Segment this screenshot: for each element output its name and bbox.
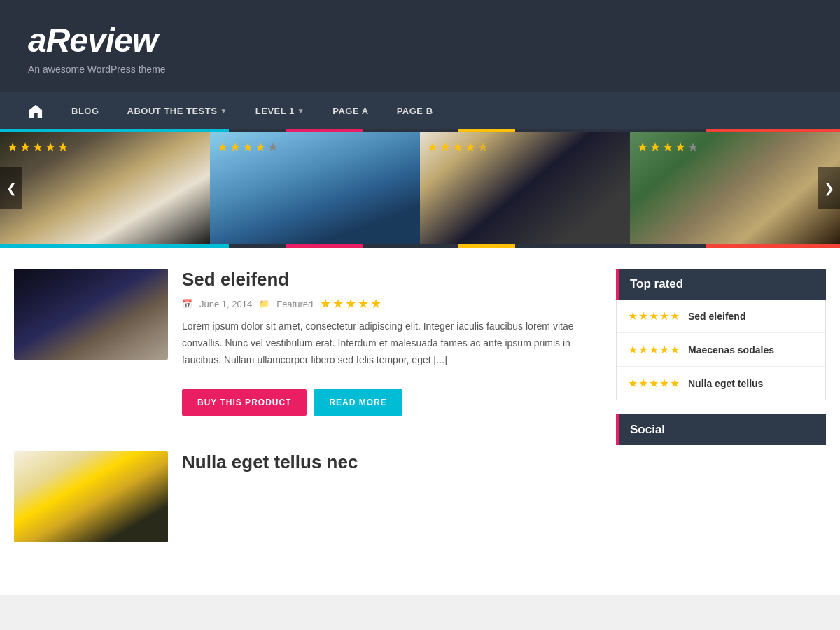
post-article: Sed eleifend 📅 June 1, 2014 📁 Featured ★…	[14, 269, 595, 416]
buy-product-button[interactable]: BUY THIS PRODUCT	[182, 389, 307, 416]
slider-item: ★★★★★	[210, 132, 420, 244]
site-header: aReview An awesome WordPress theme	[0, 0, 840, 92]
post-actions: BUY THIS PRODUCT READ MORE	[14, 389, 595, 416]
read-more-button[interactable]: READ MORE	[314, 389, 402, 416]
post-content: Nulla eget tellus nec	[182, 451, 595, 542]
top-rated-label: Sed eleifend	[688, 311, 746, 322]
content-area: Sed eleifend 📅 June 1, 2014 📁 Featured ★…	[14, 269, 595, 574]
post-content: Sed eleifend 📅 June 1, 2014 📁 Featured ★…	[182, 269, 595, 368]
dropdown-arrow-icon: ▼	[220, 107, 227, 115]
nav-level1[interactable]: Level 1 ▼	[241, 94, 318, 127]
sidebar: Top rated ★ ★ ★ ★ ★ Sed eleifend ★ ★	[616, 269, 826, 574]
post-title: Nulla eget tellus nec	[182, 451, 595, 473]
widget-header-social: Social	[616, 414, 826, 445]
site-title: aReview	[28, 21, 812, 59]
nav-page-a[interactable]: Page A	[318, 94, 382, 127]
top-rated-item: ★ ★ ★ ★ ★ Maecenas sodales	[617, 333, 825, 367]
nav-home-button[interactable]	[28, 92, 57, 129]
top-rated-stars: ★ ★ ★ ★ ★	[628, 309, 680, 323]
slider-item: ★★★★★	[0, 132, 210, 244]
nav-about-tests[interactable]: About the Tests ▼	[113, 94, 241, 127]
slider-next-button[interactable]: ❯	[818, 167, 840, 209]
post-meta: 📅 June 1, 2014 📁 Featured ★★★★★	[182, 296, 595, 312]
slide-rating: ★★★★★	[427, 139, 489, 155]
social-widget: Social	[616, 414, 826, 445]
top-rated-label: Nulla eget tellus	[688, 378, 763, 389]
top-rated-item: ★ ★ ★ ★ ★ Sed eleifend	[617, 300, 825, 333]
top-rated-widget: Top rated ★ ★ ★ ★ ★ Sed eleifend ★ ★	[616, 269, 826, 400]
post-date: June 1, 2014	[200, 299, 252, 309]
top-rated-item: ★ ★ ★ ★ ★ Nulla eget tellus	[617, 367, 825, 400]
slider-item: ★★★★★	[420, 132, 630, 244]
calendar-icon: 📅	[182, 299, 192, 309]
slide-rating: ★★★★★	[637, 139, 699, 155]
slider-prev-button[interactable]: ❮	[0, 167, 22, 209]
slide-rating: ★★★★★	[7, 139, 69, 155]
post-inner: Nulla eget tellus nec	[14, 451, 595, 542]
main-container: Sed eleifend 📅 June 1, 2014 📁 Featured ★…	[0, 248, 840, 595]
widget-header-top-rated: Top rated	[616, 269, 826, 300]
image-slider: ❮ ★★★★★ ★★★★★ ★★★★★	[0, 132, 840, 244]
slider-track: ★★★★★ ★★★★★ ★★★★★ ★★★★★	[0, 132, 840, 244]
post-category: Featured	[276, 299, 313, 309]
widget-body-top-rated: ★ ★ ★ ★ ★ Sed eleifend ★ ★ ★ ★ ★	[616, 300, 826, 400]
color-bar-bottom	[0, 244, 840, 248]
site-tagline: An awesome WordPress theme	[28, 64, 812, 75]
slider-item: ★★★★★	[630, 132, 840, 244]
post-thumbnail	[14, 451, 168, 542]
nav-page-b[interactable]: Page B	[383, 94, 447, 127]
post-inner: Sed eleifend 📅 June 1, 2014 📁 Featured ★…	[14, 269, 595, 368]
post-thumbnail	[14, 269, 168, 360]
top-rated-label: Maecenas sodales	[688, 344, 774, 356]
nav-blog[interactable]: Blog	[57, 94, 113, 127]
site-nav: Blog About the Tests ▼ Level 1 ▼ Page A …	[0, 92, 840, 129]
top-rated-stars: ★ ★ ★ ★ ★	[628, 343, 680, 356]
post-excerpt: Lorem ipsum dolor sit amet, consectetur …	[182, 318, 595, 368]
slide-rating: ★★★★★	[217, 139, 279, 155]
post-divider	[14, 437, 595, 438]
dropdown-arrow-icon: ▼	[298, 107, 304, 115]
post-rating: ★★★★★	[320, 296, 382, 312]
folder-icon: 📁	[259, 299, 270, 309]
post-article: Nulla eget tellus nec	[14, 451, 595, 553]
top-rated-stars: ★ ★ ★ ★ ★	[628, 377, 680, 390]
post-title: Sed eleifend	[182, 269, 595, 290]
